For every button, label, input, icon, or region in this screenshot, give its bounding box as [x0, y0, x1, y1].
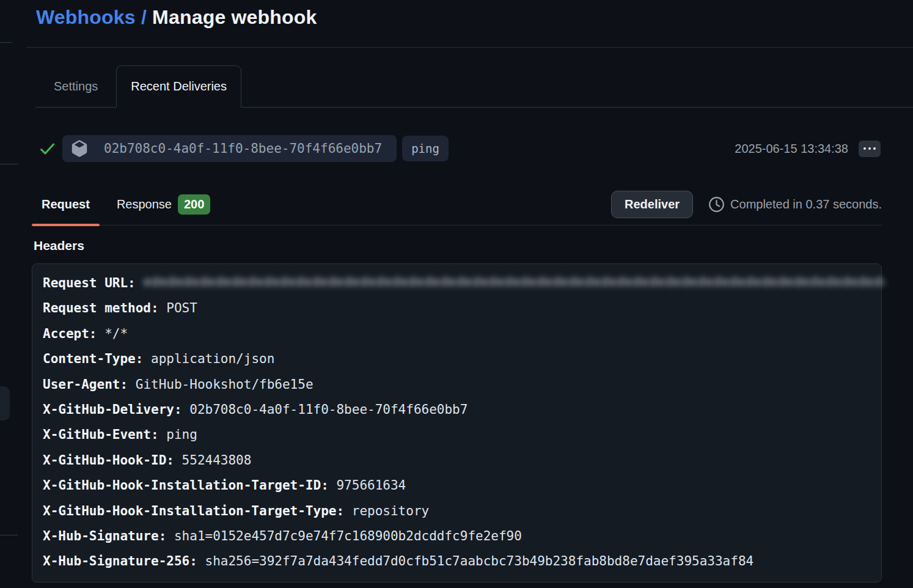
header-row: Request URL: ededededededededededededede… [43, 271, 881, 296]
kebab-dot-icon [864, 147, 866, 150]
header-row: X-Hub-Signature-256: sha256=392f7a7da434… [43, 549, 881, 574]
header-value: POST [166, 301, 197, 315]
header-separator [344, 504, 352, 518]
header-value: edededededededededededededededededededed… [143, 272, 884, 292]
header-key: Request URL: [43, 276, 136, 290]
delivery-guid: 02b708c0-4a0f-11f0-8bee-70f4f66e0bb7 [104, 141, 382, 156]
headers-code-block: Request URL: ededededededededededededede… [32, 263, 882, 582]
header-separator [136, 276, 144, 290]
package-icon [71, 140, 88, 157]
breadcrumb-divider [136, 6, 141, 28]
header-row: User-Agent: GitHub-Hookshot/fb6e15e [43, 372, 881, 397]
tab-recent-deliveries[interactable]: Recent Deliveries [116, 65, 241, 108]
header-separator [329, 478, 337, 493]
header-row: Content-Type: application/json [43, 347, 881, 372]
header-row: X-GitHub-Hook-ID: 552443808 [43, 448, 881, 473]
response-status-badge: 200 [178, 194, 210, 215]
delivery-detail-subnav: Request Response 200 Redeliver Completed… [32, 183, 882, 226]
header-value: repository [352, 504, 429, 518]
header-row: Request method: POST [43, 296, 881, 321]
breadcrumb-webhooks-link[interactable]: Webhooks [36, 6, 136, 28]
header-row: X-GitHub-Delivery: 02b708c0-4a0f-11f0-8b… [43, 397, 881, 422]
header-value: ping [166, 427, 197, 442]
redeliver-button[interactable]: Redeliver [611, 191, 693, 218]
left-rail-divider [0, 42, 12, 43]
header-key: X-Hub-Signature-256: [43, 554, 197, 568]
check-icon [39, 141, 56, 157]
header-value: sha256=392f7a7da434fedd7d0cfb51c7aabcbc7… [205, 554, 754, 568]
header-key: X-GitHub-Hook-Installation-Target-ID: [43, 478, 329, 493]
delivery-row: 02b708c0-4a0f-11f0-8bee-70f4f66e0bb7 pin… [39, 135, 881, 162]
header-row: X-Hub-Signature: sha1=0152e457d7c9e74f7c… [43, 524, 881, 549]
delivery-guid-pill[interactable]: 02b708c0-4a0f-11f0-8bee-70f4f66e0bb7 [62, 135, 397, 162]
header-separator [174, 453, 182, 468]
header-separator [97, 326, 105, 341]
kebab-menu-button[interactable] [859, 141, 881, 157]
header-separator [159, 427, 167, 442]
tab-response[interactable]: Response 200 [107, 183, 220, 225]
header-value: GitHub-Hookshot/fb6e15e [136, 377, 314, 392]
header-key: X-Hub-Signature: [43, 529, 166, 543]
left-rail-divider [0, 535, 18, 535]
headers-section-title: Headers [34, 238, 84, 253]
breadcrumb-divider-slash: / [141, 6, 147, 28]
header-separator [159, 301, 167, 315]
header-row: X-GitHub-Hook-Installation-Target-ID: 97… [43, 473, 881, 498]
header-value: */* [105, 326, 128, 341]
header-key: X-GitHub-Event: [43, 427, 159, 442]
header-separator [143, 351, 151, 366]
header-separator [166, 529, 174, 543]
header-separator [197, 554, 205, 568]
header-row: Accept: */* [43, 322, 881, 347]
tab-response-label: Response [117, 197, 172, 211]
tab-request[interactable]: Request [32, 183, 100, 225]
title-divider [26, 47, 913, 48]
kebab-dot-icon [868, 147, 871, 150]
header-separator [128, 377, 136, 392]
header-value: 02b708c0-4a0f-11f0-8bee-70f4f66e0bb7 [189, 402, 468, 417]
header-key: X-GitHub-Hook-ID: [43, 453, 174, 468]
header-key: X-GitHub-Hook-Installation-Target-Type: [43, 504, 344, 518]
left-rail-divider [0, 164, 18, 164]
left-rail-cropped-panel [0, 386, 10, 421]
clock-icon [708, 196, 725, 213]
page-title-current: Manage webhook [152, 6, 317, 28]
header-key: Accept: [43, 326, 97, 341]
header-value: application/json [151, 351, 274, 366]
header-value: 975661634 [336, 478, 406, 493]
header-key: Request method: [43, 301, 159, 315]
delivery-timestamp: 2025-06-15 13:34:38 [735, 142, 848, 156]
subnav-right-group: Redeliver Completed in 0.37 seconds. [611, 191, 882, 218]
completed-duration-text: Completed in 0.37 seconds. [730, 197, 882, 211]
tab-settings[interactable]: Settings [35, 65, 116, 107]
breadcrumb-current [147, 6, 152, 28]
header-row: X-GitHub-Hook-Installation-Target-Type: … [43, 499, 881, 524]
header-value: 552443808 [182, 453, 252, 468]
kebab-dot-icon [873, 147, 876, 150]
webhook-tabnav: Settings Recent Deliveries [35, 65, 913, 108]
header-key: User-Agent: [43, 377, 128, 392]
header-row: X-GitHub-Event: ping [43, 422, 881, 447]
page-title: Webhooks / Manage webhook [36, 6, 317, 29]
header-value: sha1=0152e457d7c9e74f7c168900b2dcddfc9fe… [174, 529, 522, 543]
header-key: Content-Type: [43, 351, 143, 366]
header-separator [182, 402, 190, 417]
header-key: X-GitHub-Delivery: [43, 402, 182, 417]
event-badge: ping [402, 136, 449, 161]
